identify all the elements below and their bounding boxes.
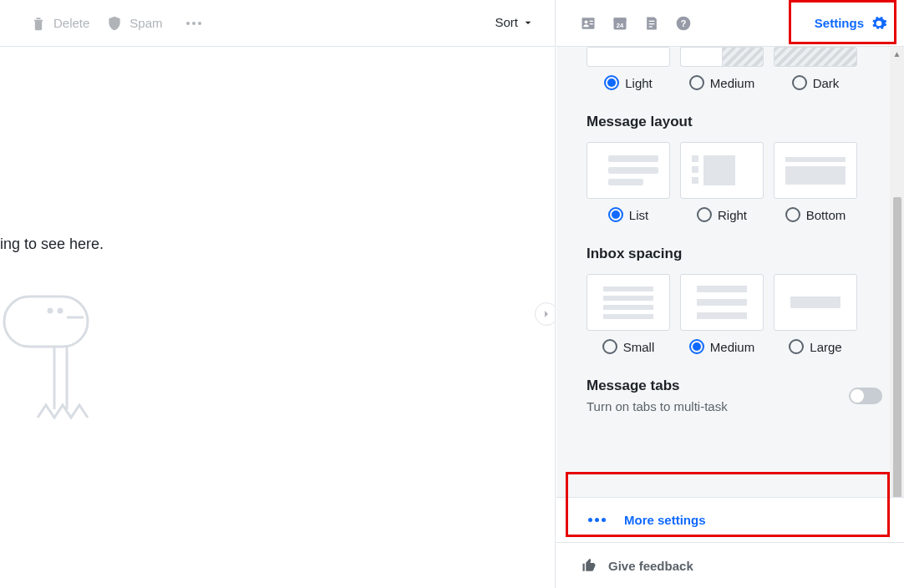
spacing-thumb-large[interactable]: [774, 274, 857, 331]
more-actions-button[interactable]: [175, 15, 213, 32]
spacing-thumb-small[interactable]: [587, 274, 670, 331]
right-header: 24 ? Settings: [556, 0, 904, 47]
theme-medium-label: Medium: [710, 76, 754, 90]
spam-label: Spam: [130, 16, 162, 30]
notepad-icon[interactable]: [643, 15, 660, 32]
dots-horizontal-icon: [582, 514, 612, 525]
settings-scrollbar[interactable]: ▲ ▼: [890, 47, 904, 497]
message-tabs-section: Message tabs Turn on tabs to multi-task: [587, 378, 882, 413]
more-settings-label: More settings: [624, 513, 706, 527]
mailbox-illustration: [0, 284, 117, 434]
svg-rect-0: [4, 297, 88, 347]
message-layout-section: Message layout List: [587, 114, 882, 222]
settings-footer: More settings Give feedback: [556, 497, 904, 588]
spacing-option-small[interactable]: Small: [602, 339, 655, 354]
panel-caret-icon: [859, 47, 876, 54]
message-layout-title: Message layout: [587, 114, 882, 130]
chevron-right-icon: [540, 307, 553, 321]
layout-option-list[interactable]: List: [608, 207, 648, 222]
layout-option-bottom[interactable]: Bottom: [785, 207, 846, 222]
radio-icon: [604, 75, 619, 90]
radio-icon: [785, 207, 800, 222]
radio-icon: [608, 207, 623, 222]
svg-rect-11: [614, 18, 627, 21]
message-tabs-toggle[interactable]: [849, 388, 882, 404]
more-settings-button[interactable]: More settings: [556, 498, 904, 542]
sort-button[interactable]: Sort: [495, 15, 535, 29]
spam-button[interactable]: Spam: [101, 12, 167, 35]
feedback-label: Give feedback: [608, 559, 693, 573]
message-tabs-title: Message tabs: [587, 378, 728, 394]
inbox-spacing-title: Inbox spacing: [587, 246, 882, 262]
radio-icon: [792, 75, 807, 90]
svg-point-3: [58, 309, 62, 312]
give-feedback-button[interactable]: Give feedback: [556, 542, 904, 588]
contacts-icon[interactable]: [580, 15, 597, 32]
layout-thumb-bottom[interactable]: [774, 142, 857, 199]
svg-rect-8: [590, 20, 593, 21]
radio-icon: [602, 339, 617, 354]
trash-icon: [30, 15, 47, 32]
toolbar: Delete Spam Sort: [0, 0, 555, 47]
radio-icon: [689, 75, 704, 90]
delete-label: Delete: [53, 16, 89, 30]
theme-thumb-medium[interactable]: [680, 47, 764, 67]
delete-button[interactable]: Delete: [25, 12, 94, 35]
empty-state-message: ing to see here.: [0, 236, 104, 253]
spacing-option-medium[interactable]: Medium: [689, 339, 754, 354]
dots-horizontal-icon: [180, 18, 208, 28]
inbox-spacing-section: Inbox spacing Small: [587, 246, 882, 354]
layout-bottom-label: Bottom: [806, 208, 846, 222]
radio-icon: [697, 207, 712, 222]
svg-rect-14: [649, 23, 655, 24]
radio-icon: [789, 339, 804, 354]
gear-icon: [871, 15, 887, 32]
help-icon[interactable]: ?: [675, 15, 692, 32]
theme-thumb-light[interactable]: [587, 47, 670, 67]
svg-text:?: ?: [681, 18, 687, 28]
chevron-down-icon: [521, 16, 535, 29]
theme-option-light[interactable]: Light: [604, 75, 653, 90]
sort-label: Sort: [495, 15, 518, 29]
settings-label: Settings: [815, 16, 864, 30]
spacing-thumb-medium[interactable]: [680, 274, 764, 331]
theme-option-dark[interactable]: Dark: [792, 75, 840, 90]
theme-dark-label: Dark: [813, 76, 840, 90]
svg-rect-9: [590, 23, 593, 24]
svg-point-7: [585, 20, 588, 23]
theme-thumb-dark[interactable]: [774, 47, 857, 67]
svg-point-2: [48, 309, 52, 312]
mail-list-pane: Delete Spam Sort ing to see here.: [0, 0, 556, 588]
shield-x-icon: [106, 15, 123, 32]
scroll-thumb[interactable]: [893, 197, 901, 497]
radio-icon: [689, 339, 704, 354]
layout-right-label: Right: [718, 208, 747, 222]
layout-option-right[interactable]: Right: [697, 207, 747, 222]
message-tabs-subtitle: Turn on tabs to multi-task: [587, 399, 728, 413]
layout-thumb-right[interactable]: [680, 142, 764, 199]
spacing-option-large[interactable]: Large: [789, 339, 841, 354]
header-icons: 24 ?: [580, 15, 692, 32]
layout-list-label: List: [629, 208, 648, 222]
theme-thumbs: Light Medium Dark: [587, 47, 882, 90]
svg-rect-13: [649, 20, 655, 21]
calendar-icon[interactable]: 24: [612, 15, 628, 32]
quick-settings-panel[interactable]: ▲ ▼ Light Medium: [556, 47, 904, 497]
svg-text:24: 24: [617, 22, 624, 29]
spacing-large-label: Large: [810, 340, 841, 354]
svg-rect-15: [649, 26, 653, 27]
spacing-medium-label: Medium: [710, 340, 754, 354]
settings-button[interactable]: Settings: [806, 10, 896, 37]
scroll-up-icon[interactable]: ▲: [890, 47, 904, 60]
thumbs-up-icon: [582, 558, 597, 573]
layout-thumb-list[interactable]: [587, 142, 670, 199]
expand-reading-pane-button[interactable]: [535, 302, 556, 326]
theme-option-medium[interactable]: Medium: [689, 75, 754, 90]
spacing-small-label: Small: [623, 340, 655, 354]
theme-light-label: Light: [625, 76, 653, 90]
right-pane: 24 ? Settings ▲ ▼ Light: [556, 0, 904, 588]
